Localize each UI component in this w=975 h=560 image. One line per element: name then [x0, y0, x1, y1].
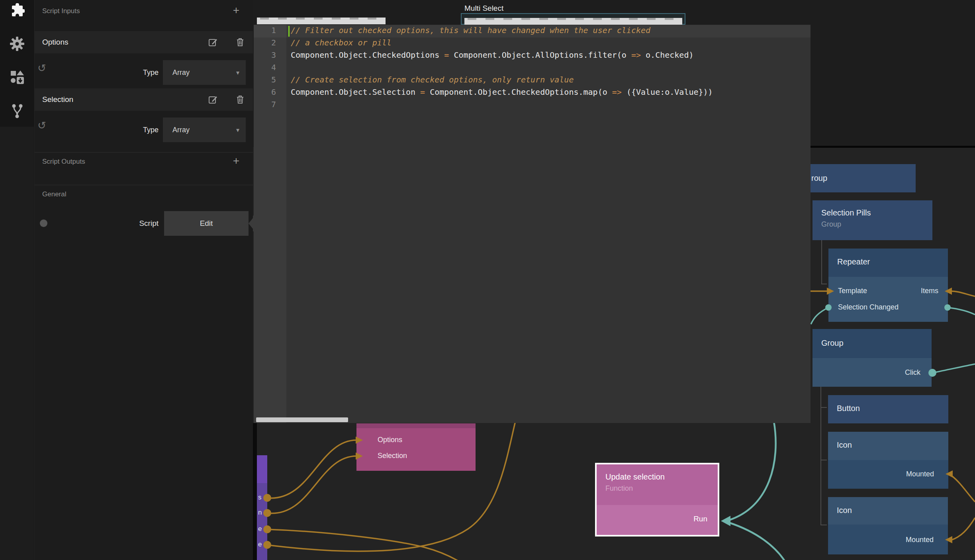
section-divider — [34, 185, 253, 185]
node-update-selection[interactable]: Update selection Function Run — [595, 463, 719, 537]
node-title: Selection Pills — [821, 208, 871, 217]
edit-pencil-icon[interactable] — [208, 37, 218, 47]
clipped-port-label: e — [258, 540, 262, 548]
port-template[interactable]: Template — [838, 287, 867, 295]
node-button[interactable]: Button — [828, 395, 948, 423]
node-purple-clipped[interactable]: s n e e — [257, 455, 267, 560]
node-header-strip — [356, 423, 476, 428]
edit-script-button[interactable]: Edit — [164, 211, 249, 236]
code-text: // Create selection from checked options… — [291, 75, 574, 84]
code-line: 1// Filter out checked options, this wil… — [254, 25, 811, 38]
dropdown-value: Array — [172, 69, 190, 77]
dropdown-value: Array — [172, 126, 190, 134]
node-subtitle: Function — [605, 484, 633, 493]
port-items[interactable]: Items — [921, 287, 938, 295]
script-editor[interactable]: 1// Filter out checked options, this wil… — [254, 25, 811, 423]
code-line: 4 — [254, 63, 811, 75]
node-icon-1[interactable]: Icon Mounted — [828, 432, 948, 489]
line-number: 3 — [254, 50, 276, 60]
input-row-options[interactable]: Options — [34, 31, 253, 53]
script-inputs-header: Script Inputs — [42, 7, 80, 15]
activity-sidebar — [0, 0, 35, 560]
app-window: Multi Select s n e e roup Se — [0, 0, 975, 560]
code-line: 2// a checkbox or pill — [254, 38, 811, 50]
section-divider — [34, 152, 253, 153]
type-label: Type — [126, 126, 159, 134]
clipped-port-label: n — [258, 509, 262, 517]
code-line: 3Component.Object.CheckedOptions = Compo… — [254, 50, 811, 63]
add-script-output-button[interactable]: + — [231, 156, 241, 166]
port-mounted[interactable]: Mounted — [906, 536, 934, 544]
delete-trash-icon[interactable] — [235, 95, 245, 104]
input-row-selection[interactable]: Selection — [34, 88, 253, 111]
clipped-port-label: s — [258, 493, 262, 501]
node-group-clipped[interactable]: roup — [811, 164, 916, 192]
chevron-down-icon: ▾ — [236, 126, 239, 134]
node-title: Icon — [837, 506, 852, 515]
port-run[interactable]: Run — [693, 515, 707, 523]
node-options-object[interactable]: Options Selection — [356, 423, 476, 471]
code-line: 7 — [254, 100, 811, 112]
line-number: 5 — [254, 75, 276, 84]
node-title: Repeater — [837, 257, 870, 266]
text-caret — [288, 26, 290, 37]
reset-type-icon[interactable]: ↻ — [37, 62, 46, 74]
components-shapes-icon[interactable] — [10, 70, 25, 85]
node-title: Icon — [837, 441, 852, 450]
node-title: Button — [837, 404, 860, 413]
panel-canvas-seam — [253, 423, 257, 560]
node-subtitle: Group — [821, 220, 841, 229]
add-script-input-button[interactable]: + — [231, 6, 241, 16]
script-outputs-header: Script Outputs — [42, 158, 85, 166]
preview-element-bar — [257, 18, 386, 24]
type-dropdown-options[interactable]: Array ▾ — [163, 60, 246, 85]
connection-dot[interactable] — [40, 219, 47, 227]
node-selection-pills[interactable]: Selection Pills Group — [812, 200, 932, 240]
general-header: General — [42, 190, 66, 198]
node-title: Group — [821, 339, 844, 348]
preview-canvas-divider — [811, 146, 975, 148]
node-icon-2[interactable]: Icon Mounted — [828, 497, 948, 554]
version-control-branch-icon[interactable] — [10, 102, 25, 119]
editor-pointer-triangle — [249, 215, 255, 232]
node-group[interactable]: Group Click — [812, 329, 932, 387]
port-selection[interactable]: Selection — [378, 452, 407, 460]
editor-horizontal-scrollbar[interactable] — [256, 417, 348, 422]
line-number: 6 — [254, 87, 276, 97]
input-name-label: Options — [42, 38, 68, 47]
node-title: Update selection — [605, 472, 665, 482]
port-click[interactable]: Click — [905, 368, 920, 377]
node-purple-clipped-header — [257, 455, 267, 483]
delete-trash-icon[interactable] — [235, 37, 245, 47]
code-text: // a checkbox or pill — [291, 38, 392, 47]
input-name-label: Selection — [42, 95, 73, 104]
code-text: Component.Object.Selection = Component.O… — [291, 87, 713, 97]
port-options[interactable]: Options — [378, 436, 402, 444]
settings-gear-icon[interactable] — [10, 36, 25, 51]
port-mounted[interactable]: Mounted — [906, 470, 934, 478]
line-number: 7 — [254, 100, 276, 109]
script-property-label: Script — [126, 219, 159, 228]
code-line: 5// Create selection from checked option… — [254, 75, 811, 87]
chevron-down-icon: ▾ — [236, 69, 239, 76]
node-body — [828, 277, 948, 322]
node-repeater[interactable]: Repeater Template Items Selection Change… — [828, 249, 948, 322]
clipped-port-label: e — [258, 525, 262, 533]
code-text: Component.Object.CheckedOptions = Compon… — [291, 50, 693, 60]
line-number: 2 — [254, 38, 276, 47]
reset-type-icon[interactable]: ↻ — [37, 119, 46, 132]
type-dropdown-selection[interactable]: Array ▾ — [163, 117, 246, 142]
line-number: 1 — [254, 25, 276, 35]
line-number: 4 — [254, 63, 276, 72]
code-text: // Filter out checked options, this will… — [291, 25, 650, 35]
code-line: 6Component.Object.Selection = Component.… — [254, 87, 811, 100]
extensions-puzzle-icon[interactable] — [10, 3, 25, 18]
sidebar-lower-area — [0, 127, 34, 560]
multi-select-preview-bar — [464, 18, 682, 25]
port-selection-changed[interactable]: Selection Changed — [838, 303, 899, 311]
node-title: roup — [811, 174, 827, 183]
edit-pencil-icon[interactable] — [208, 95, 218, 104]
type-label: Type — [126, 69, 159, 77]
inspector-panel: Script Inputs + Options ↻ Type Array ▾ S… — [34, 0, 253, 560]
